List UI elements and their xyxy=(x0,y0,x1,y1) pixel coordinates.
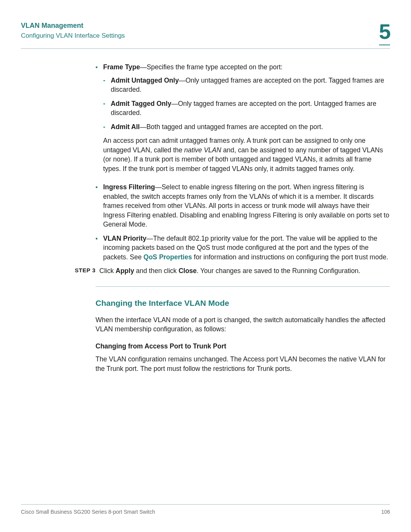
section-heading: Changing the Interface VLAN Mode xyxy=(96,297,390,308)
dash-marker-icon: - xyxy=(103,76,111,94)
term: Admit Untagged Only xyxy=(111,77,179,84)
page-header: VLAN Management Configuring VLAN Interfa… xyxy=(21,21,390,45)
qos-properties-link[interactable]: QoS Properties xyxy=(143,253,192,261)
t: and then click xyxy=(134,267,178,275)
bullet-marker-icon: • xyxy=(96,234,103,262)
chapter-number-block: 5 xyxy=(367,21,390,45)
step-label: STEP 3 xyxy=(59,266,99,276)
dash-marker-icon: - xyxy=(103,99,111,118)
desc: —Both tagged and untagged frames are acc… xyxy=(140,123,323,131)
apply-text: Apply xyxy=(116,267,134,275)
t: Click xyxy=(99,267,116,275)
bullet-ingress-filtering: • Ingress Filtering—Select to enable ing… xyxy=(96,182,390,229)
sub-heading: Changing from Access Port to Trunk Port xyxy=(96,342,390,351)
note-em: native VLAN xyxy=(184,146,221,154)
bullet-vlan-priority: • VLAN Priority—The default 802.1p prior… xyxy=(96,234,390,262)
dash-item: - Admit All—Both tagged and untagged fra… xyxy=(103,122,390,132)
chapter-number-underline xyxy=(379,45,390,45)
term: VLAN Priority xyxy=(103,235,147,242)
section-intro: When the interface VLAN mode of a port i… xyxy=(96,315,390,334)
chapter-number: 5 xyxy=(379,19,390,43)
bullet-marker-icon: • xyxy=(96,182,103,229)
term: Ingress Filtering xyxy=(103,183,155,191)
header-divider xyxy=(21,48,390,49)
t: . Your changes are saved to the Running … xyxy=(197,267,360,275)
desc: —Specifies the frame type accepted on th… xyxy=(140,63,283,71)
desc-post: for information and instructions on conf… xyxy=(192,253,388,261)
frame-type-note: An access port can admit untagged frames… xyxy=(103,136,390,173)
dash-item: - Admit Tagged Only—Only tagged frames a… xyxy=(103,99,390,118)
content-area: • Frame Type—Specifies the frame type ac… xyxy=(96,62,390,373)
header-left: VLAN Management Configuring VLAN Interfa… xyxy=(21,21,367,40)
dash-item: - Admit Untagged Only—Only untagged fram… xyxy=(103,76,390,94)
dash-marker-icon: - xyxy=(103,122,111,132)
bullet-frame-type: • Frame Type—Specifies the frame type ac… xyxy=(96,62,390,178)
step-3: STEP 3 Click Apply and then click Close.… xyxy=(59,266,390,276)
term: Admit All xyxy=(111,123,140,131)
chapter-subtitle: Configuring VLAN Interface Settings xyxy=(21,31,367,40)
footer-divider xyxy=(21,504,390,505)
term: Frame Type xyxy=(103,63,140,71)
term: Admit Tagged Only xyxy=(111,100,171,107)
section-divider xyxy=(96,286,390,287)
chapter-title: VLAN Management xyxy=(21,21,367,30)
footer-left: Cisco Small Business SG200 Series 8-port… xyxy=(21,508,155,516)
sub-body: The VLAN configuration remains unchanged… xyxy=(96,355,390,373)
step-body: Click Apply and then click Close. Your c… xyxy=(99,266,390,276)
bullet-marker-icon: • xyxy=(96,62,103,178)
page-number: 106 xyxy=(381,508,390,516)
frame-type-options: - Admit Untagged Only—Only untagged fram… xyxy=(103,76,390,132)
page-footer: Cisco Small Business SG200 Series 8-port… xyxy=(21,504,390,516)
page: VLAN Management Configuring VLAN Interfa… xyxy=(0,0,411,532)
close-text: Close xyxy=(178,267,197,275)
